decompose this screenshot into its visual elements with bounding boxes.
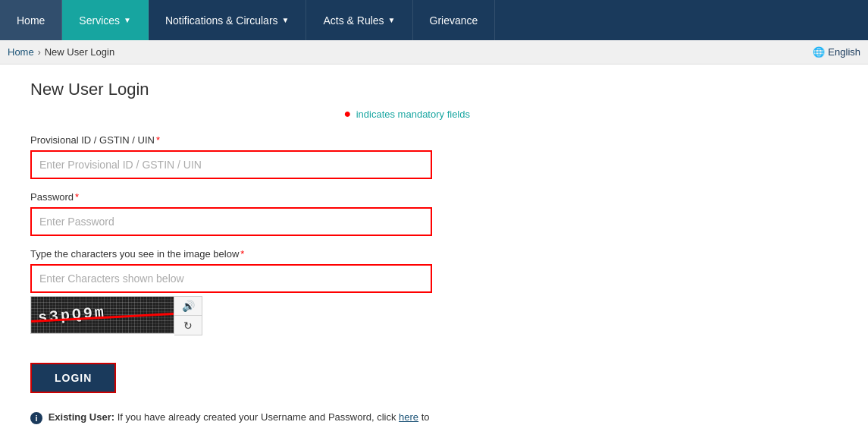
nav-notifications[interactable]: Notifications & Circulars ▼: [149, 0, 307, 40]
language-label: English: [828, 46, 860, 58]
captcha-required-star: *: [240, 248, 244, 260]
nav-grievance[interactable]: Grievance: [413, 0, 496, 40]
nav-notifications-arrow: ▼: [282, 16, 290, 24]
provisional-id-label: Provisional ID / GSTIN / UIN*: [30, 134, 652, 146]
mandatory-text: indicates mandatory fields: [356, 109, 470, 120]
nav-home-label: Home: [17, 14, 45, 27]
navbar: Home Services ▼ Notifications & Circular…: [0, 0, 868, 40]
login-button[interactable]: LOGIN: [30, 363, 116, 393]
nav-acts-arrow: ▼: [388, 16, 396, 24]
refresh-icon: ↻: [183, 320, 193, 332]
main-content: New User Login ● indicates mandatory fie…: [0, 65, 682, 425]
captcha-group: Type the characters you see in the image…: [30, 248, 652, 335]
page-title: New User Login: [30, 80, 652, 99]
language-selector[interactable]: 🌐 English: [813, 46, 860, 58]
audio-icon: 🔊: [182, 300, 195, 312]
nav-services[interactable]: Services ▼: [62, 0, 149, 40]
nav-acts[interactable]: Acts & Rules ▼: [306, 0, 412, 40]
provisional-id-input[interactable]: [30, 150, 432, 179]
login-button-label: LOGIN: [55, 372, 92, 384]
info-icon: i: [30, 412, 42, 424]
breadcrumb-home-link[interactable]: Home: [8, 46, 34, 58]
password-label: Password*: [30, 191, 652, 203]
captcha-controls: 🔊 ↻: [174, 296, 202, 335]
password-group: Password*: [30, 191, 652, 236]
mandatory-dot: ●: [343, 107, 351, 120]
captcha-label: Type the characters you see in the image…: [30, 248, 652, 260]
breadcrumb-bar: Home › New User Login 🌐 English: [0, 40, 868, 65]
nav-services-arrow: ▼: [124, 16, 131, 24]
password-required-star: *: [75, 191, 79, 203]
existing-user-note: i Existing User: If you have already cre…: [30, 411, 432, 425]
provisional-id-group: Provisional ID / GSTIN / UIN*: [30, 134, 652, 179]
id-required-star: *: [156, 134, 160, 146]
captcha-audio-button[interactable]: 🔊: [174, 297, 202, 316]
nav-notifications-label: Notifications & Circulars: [165, 14, 278, 27]
breadcrumb-current-page: New User Login: [45, 46, 115, 58]
nav-home[interactable]: Home: [0, 0, 62, 40]
breadcrumb-separator: ›: [38, 47, 41, 58]
existing-user-bold: Existing User:: [49, 411, 114, 423]
mandatory-note: ● indicates mandatory fields: [30, 107, 652, 121]
breadcrumb: Home › New User Login: [8, 46, 114, 58]
existing-user-link[interactable]: here: [399, 411, 418, 423]
captcha-image-row: s3pQ9m 🔊 ↻: [30, 296, 652, 335]
globe-icon: 🌐: [813, 46, 825, 58]
nav-services-label: Services: [79, 14, 120, 27]
captcha-input[interactable]: [30, 264, 432, 293]
existing-user-text: If you have already created your Usernam…: [118, 411, 399, 423]
captcha-image: s3pQ9m: [30, 296, 174, 334]
nav-acts-label: Acts & Rules: [323, 14, 384, 27]
nav-grievance-label: Grievance: [430, 14, 478, 27]
captcha-refresh-button[interactable]: ↻: [174, 316, 202, 335]
password-input[interactable]: [30, 207, 432, 236]
